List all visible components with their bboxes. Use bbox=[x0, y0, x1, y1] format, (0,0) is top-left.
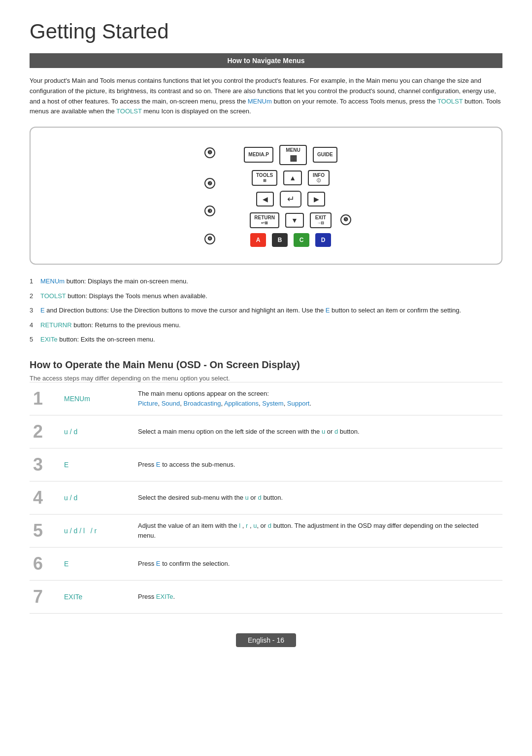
osd-row-6: 6 E Press E to confirm the selection. bbox=[30, 547, 502, 580]
callout-2: ❷ bbox=[204, 178, 215, 189]
list-num-3: 3 bbox=[30, 306, 36, 315]
osd-key-4: u / d bbox=[54, 481, 133, 514]
section1-header: How to Navigate Menus bbox=[30, 53, 502, 68]
section2-title: How to Operate the Main Menu (OSD - On S… bbox=[30, 359, 502, 371]
return-label: RETURN bbox=[254, 215, 275, 221]
list-num-1: 1 bbox=[30, 276, 36, 286]
osd-row-5: 5 u / d / l / r Adjust the value of an i… bbox=[30, 514, 502, 547]
list-item-2: 2 TOOLST button: Displays the Tools menu… bbox=[30, 291, 502, 301]
osd-key-7: EXITe bbox=[54, 580, 133, 613]
info-label: INFO bbox=[313, 172, 325, 178]
footer-label: English - 16 bbox=[236, 633, 296, 647]
remote-row2: TOOLS ⊞ ▲ INFO ⓘ bbox=[252, 170, 330, 186]
btn-tools[interactable]: TOOLS ⊞ bbox=[252, 170, 277, 186]
osd-desc-7: Press EXITe. bbox=[133, 580, 502, 613]
btn-enter[interactable]: ↵ bbox=[280, 191, 301, 207]
osd-key-1: MENUm bbox=[54, 382, 133, 415]
btn-color-b[interactable]: B bbox=[272, 233, 288, 247]
toolst-ref2: TOOLST bbox=[116, 107, 142, 115]
remote-row3: ◀ ↵ ▶ bbox=[256, 191, 325, 207]
osd-num-6: 6 bbox=[30, 547, 54, 580]
list-section: 1 MENUm button: Displays the main on-scr… bbox=[30, 276, 502, 344]
osd-key-2: u / d bbox=[54, 415, 133, 448]
tools-icon: ⊞ bbox=[263, 178, 266, 183]
list-item-5: 5 EXITe button: Exits the on-screen menu… bbox=[30, 335, 502, 344]
toolst-ref1: TOOLST bbox=[437, 98, 463, 105]
remote-diagram: ❶ ❷ ❸ ❹ MEDIA.P MENU ▦ GUIDE bbox=[30, 127, 502, 265]
osd-key-5: u / d / l / r bbox=[54, 514, 133, 547]
osd-num-5: 5 bbox=[30, 514, 54, 547]
callout-5: ❺ bbox=[340, 214, 351, 225]
osd-desc-1: The main menu options appear on the scre… bbox=[133, 382, 502, 415]
list-text-1: MENUm button: Displays the main on-scree… bbox=[40, 276, 188, 286]
btn-menu[interactable]: MENU ▦ bbox=[279, 145, 307, 165]
section2-subtitle: The access steps may differ depending on… bbox=[30, 375, 502, 382]
osd-key-6: E bbox=[54, 547, 133, 580]
remote-buttons: MEDIA.P MENU ▦ GUIDE TOOLS ⊞ ▲ INFO bbox=[244, 145, 337, 247]
info-icon: ⓘ bbox=[317, 178, 321, 183]
list-item-3: 3 E and Direction buttons: Use the Direc… bbox=[30, 306, 502, 315]
btn-down[interactable]: ▼ bbox=[285, 213, 304, 228]
tools-label: TOOLS bbox=[256, 172, 273, 178]
osd-num-2: 2 bbox=[30, 415, 54, 448]
btn-exit[interactable]: EXIT →⊟ bbox=[310, 212, 332, 228]
intro-paragraph: Your product's Main and Tools menus cont… bbox=[30, 76, 502, 117]
list-num-4: 4 bbox=[30, 320, 36, 330]
callout-labels: ❶ ❷ ❸ ❹ bbox=[204, 145, 215, 247]
btn-right[interactable]: ▶ bbox=[307, 192, 325, 206]
osd-key-3: E bbox=[54, 448, 133, 481]
guide-label: GUIDE bbox=[317, 152, 333, 158]
menu-label: MENU bbox=[286, 147, 300, 153]
osd-row-2: 2 u / d Select a main menu option on the… bbox=[30, 415, 502, 448]
list-text-2: TOOLST button: Displays the Tools menus … bbox=[40, 291, 207, 301]
remote-row4: RETURN ↩⊞ ▼ EXIT →⊟ ❺ bbox=[250, 212, 332, 228]
osd-row-4: 4 u / d Select the desired sub-menu with… bbox=[30, 481, 502, 514]
osd-row-7: 7 EXITe Press EXITe. bbox=[30, 580, 502, 613]
osd-num-4: 4 bbox=[30, 481, 54, 514]
exit-label: EXIT bbox=[315, 215, 326, 221]
osd-desc-4: Select the desired sub-menu with the u o… bbox=[133, 481, 502, 514]
callout-4: ❹ bbox=[204, 234, 215, 244]
list-item-1: 1 MENUm button: Displays the main on-scr… bbox=[30, 276, 502, 286]
osd-num-7: 7 bbox=[30, 580, 54, 613]
menubutton-ref: MENUm bbox=[248, 98, 272, 105]
osd-row-3: 3 E Press E to access the sub-menus. bbox=[30, 448, 502, 481]
osd-desc-3: Press E to access the sub-menus. bbox=[133, 448, 502, 481]
btn-color-a[interactable]: A bbox=[250, 233, 266, 247]
list-item-4: 4 RETURNR button: Returns to the previou… bbox=[30, 320, 502, 330]
btn-info[interactable]: INFO ⓘ bbox=[308, 170, 330, 186]
list-text-5: EXITe button: Exits the on-screen menu. bbox=[40, 335, 155, 344]
osd-row-1: 1 MENUm The main menu options appear on … bbox=[30, 382, 502, 415]
mediap-label: MEDIA.P bbox=[248, 152, 269, 158]
btn-mediap[interactable]: MEDIA.P bbox=[244, 147, 273, 163]
osd-table: 1 MENUm The main menu options appear on … bbox=[30, 382, 502, 614]
osd-num-3: 3 bbox=[30, 448, 54, 481]
remote-row5: A B C D bbox=[250, 233, 331, 247]
return-icon: ↩⊞ bbox=[261, 221, 268, 226]
list-text-3: E and Direction buttons: Use the Directi… bbox=[40, 306, 461, 315]
menu-icon: ▦ bbox=[290, 153, 297, 163]
callout-3: ❸ bbox=[204, 206, 215, 216]
exit-icon: →⊟ bbox=[317, 221, 324, 226]
btn-color-c[interactable]: C bbox=[294, 233, 309, 247]
page-title: Getting Started bbox=[30, 20, 502, 43]
btn-up[interactable]: ▲ bbox=[283, 171, 302, 185]
callout-1: ❶ bbox=[204, 147, 215, 158]
btn-guide[interactable]: GUIDE bbox=[313, 147, 337, 163]
osd-desc-5: Adjust the value of an item with the l ,… bbox=[133, 514, 502, 547]
osd-desc-2: Select a main menu option on the left si… bbox=[133, 415, 502, 448]
btn-return[interactable]: RETURN ↩⊞ bbox=[250, 212, 279, 228]
list-num-2: 2 bbox=[30, 291, 36, 301]
list-text-4: RETURNR button: Returns to the previous … bbox=[40, 320, 181, 330]
btn-left[interactable]: ◀ bbox=[256, 192, 274, 206]
page-footer: English - 16 bbox=[30, 633, 502, 647]
remote-row1: MEDIA.P MENU ▦ GUIDE bbox=[244, 145, 337, 165]
btn-color-d[interactable]: D bbox=[315, 233, 331, 247]
osd-num-1: 1 bbox=[30, 382, 54, 415]
osd-desc-6: Press E to confirm the selection. bbox=[133, 547, 502, 580]
list-num-5: 5 bbox=[30, 335, 36, 344]
